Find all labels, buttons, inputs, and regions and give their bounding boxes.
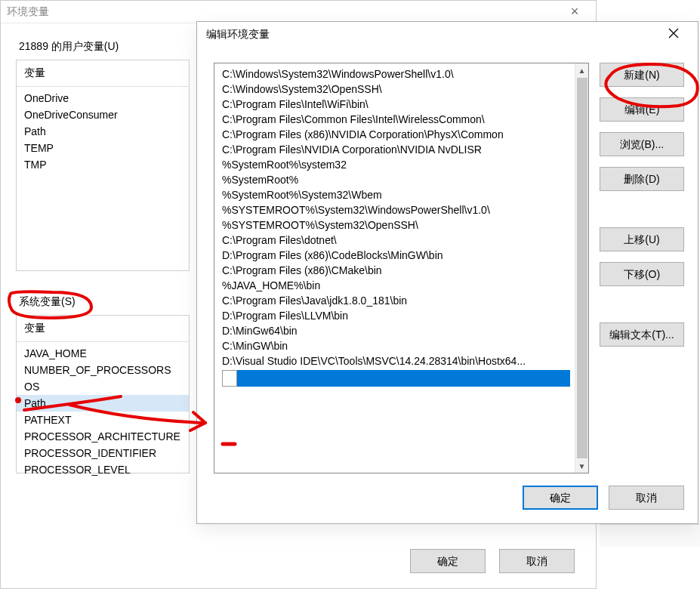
path-row[interactable]: D:\Program Files (x86)\CodeBlocks\MinGW\…	[214, 248, 575, 263]
edit-text-button[interactable]: 编辑文本(T)...	[600, 322, 684, 347]
front-close-button[interactable]	[658, 28, 689, 42]
path-row[interactable]: %SYSTEMROOT%\System32\WindowsPowerShell\…	[214, 202, 575, 217]
system-var-row[interactable]: PROCESSOR_IDENTIFIER	[17, 445, 189, 461]
move-down-button[interactable]: 下移(O)	[600, 262, 684, 286]
scroll-up-arrow[interactable]: ▲	[575, 63, 588, 77]
path-row[interactable]: C:\Program Files\Java\jdk1.8.0_181\bin	[214, 293, 575, 308]
system-vars-label: 系统变量(S)	[16, 294, 79, 310]
front-title: 编辑环境变量	[206, 28, 270, 42]
path-edit-input[interactable]	[222, 370, 237, 387]
path-row[interactable]: C:\Program Files (x86)\CMake\bin	[214, 263, 575, 278]
user-vars-list[interactable]: 变量 OneDriveOneDriveConsumerPathTEMPTMP	[16, 60, 190, 271]
path-edit-row[interactable]	[222, 370, 570, 387]
path-edit-selection	[237, 370, 570, 387]
delete-button[interactable]: 删除(D)	[600, 167, 684, 191]
scroll-down-arrow[interactable]: ▼	[575, 459, 588, 473]
front-body: C:\Windows\System32\WindowsPowerShell\v1…	[197, 48, 698, 523]
system-var-row[interactable]: PROCESSOR_ARCHITECTURE	[17, 428, 189, 445]
user-var-row[interactable]: TEMP	[17, 140, 189, 156]
back-footer: 确定 取消	[1, 549, 596, 573]
back-titlebar: 环境变量 ×	[1, 1, 596, 23]
path-row[interactable]: %SystemRoot%	[214, 172, 575, 187]
back-ok-button[interactable]: 确定	[410, 549, 486, 573]
path-row[interactable]: C:\Program Files (x86)\NVIDIA Corporatio…	[214, 127, 575, 142]
back-cancel-button[interactable]: 取消	[499, 549, 575, 573]
path-row[interactable]: D:\Visual Studio IDE\VC\Tools\MSVC\14.24…	[214, 353, 575, 369]
button-column: 新建(N) 编辑(E) 浏览(B)... 删除(D) 上移(U) 下移(O) 编…	[600, 63, 684, 473]
system-var-row[interactable]: NUMBER_OF_PROCESSORS	[17, 362, 189, 378]
path-row[interactable]: C:\Program Files\Intel\WiFi\bin\	[214, 97, 575, 112]
front-main: C:\Windows\System32\WindowsPowerShell\v1…	[214, 63, 684, 473]
front-ok-button[interactable]: 确定	[523, 486, 598, 510]
system-var-row[interactable]: OS	[17, 378, 189, 395]
browse-button[interactable]: 浏览(B)...	[600, 132, 684, 156]
user-var-row[interactable]: OneDriveConsumer	[17, 106, 189, 123]
path-row[interactable]: %SystemRoot%\System32\Wbem	[214, 187, 575, 202]
back-close-button[interactable]: ×	[560, 4, 590, 20]
path-list[interactable]: C:\Windows\System32\WindowsPowerShell\v1…	[214, 63, 589, 473]
edit-button[interactable]: 编辑(E)	[600, 97, 684, 122]
path-row[interactable]: %SystemRoot%\system32	[214, 157, 575, 172]
system-vars-list[interactable]: 变量 JAVA_HOMENUMBER_OF_PROCESSORSOSPathPA…	[16, 315, 190, 473]
user-var-row[interactable]: Path	[17, 123, 189, 140]
path-row[interactable]: C:\Windows\System32\OpenSSH\	[214, 82, 575, 97]
background-stripe	[600, 524, 700, 547]
user-vars-label: 21889 的用户变量(U)	[16, 39, 122, 55]
path-row[interactable]: C:\Windows\System32\WindowsPowerShell\v1…	[214, 66, 575, 82]
move-up-button[interactable]: 上移(U)	[600, 227, 684, 251]
front-cancel-button[interactable]: 取消	[609, 486, 684, 510]
scroll-thumb[interactable]	[577, 78, 587, 458]
back-title: 环境变量	[7, 5, 49, 19]
edit-env-var-dialog: 编辑环境变量 C:\Windows\System32\WindowsPowerS…	[196, 21, 698, 524]
user-vars-header: 变量	[17, 60, 189, 87]
path-row[interactable]: D:\Program Files\LLVM\bin	[214, 308, 575, 323]
path-row[interactable]: C:\Program Files\dotnet\	[214, 233, 575, 248]
scrollbar[interactable]: ▲ ▼	[575, 63, 588, 473]
path-row[interactable]: C:\Program Files\NVIDIA Corporation\NVID…	[214, 142, 575, 157]
path-row[interactable]: %SYSTEMROOT%\System32\OpenSSH\	[214, 217, 575, 233]
front-titlebar: 编辑环境变量	[197, 22, 698, 48]
front-footer: 确定 取消	[214, 486, 684, 510]
system-vars-header: 变量	[17, 316, 189, 342]
system-var-row[interactable]: Path	[17, 395, 189, 412]
path-row[interactable]: %JAVA_HOME%\bin	[214, 278, 575, 293]
path-row[interactable]: C:\Program Files\Common Files\Intel\Wire…	[214, 112, 575, 127]
system-var-row[interactable]: PATHEXT	[17, 412, 189, 428]
path-row[interactable]: D:\MinGw64\bin	[214, 323, 575, 338]
new-button[interactable]: 新建(N)	[600, 63, 684, 87]
user-var-row[interactable]: TMP	[17, 156, 189, 173]
path-row[interactable]: C:\MinGW\bin	[214, 338, 575, 353]
system-var-row[interactable]: PROCESSOR_LEVEL	[17, 461, 189, 478]
system-var-row[interactable]: JAVA_HOME	[17, 345, 189, 362]
user-var-row[interactable]: OneDrive	[17, 90, 189, 106]
close-icon	[668, 28, 679, 39]
